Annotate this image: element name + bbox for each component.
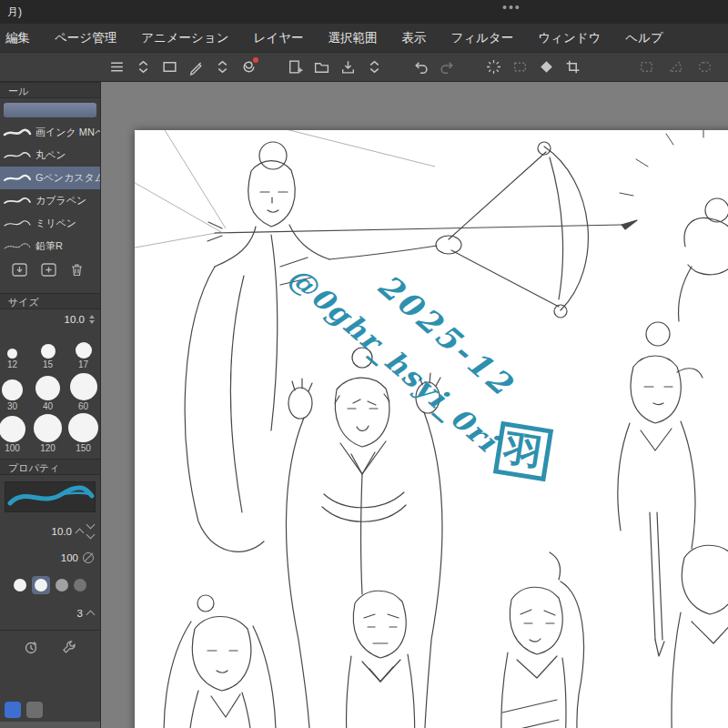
drawing-canvas[interactable]: 2025-12 @0ghr_hsyi_0ri 羽 (135, 130, 728, 728)
subtool-item[interactable]: 鉛筆R (0, 235, 100, 258)
tool-cycle-icon[interactable] (134, 58, 152, 76)
pen-cycle-icon[interactable] (213, 58, 231, 76)
brush-stroke-thumb (3, 150, 32, 161)
slider-indicator-icon[interactable] (87, 521, 94, 541)
spin-down-icon[interactable] (89, 320, 95, 324)
redo-icon[interactable] (438, 58, 456, 76)
brush-size-cell[interactable]: 120 (30, 413, 66, 455)
select-extra-1-icon[interactable] (637, 58, 655, 76)
select-extra-3-icon[interactable] (695, 58, 713, 76)
brush-size-dot (41, 344, 56, 359)
menu-item-edit[interactable]: 編集 (5, 30, 30, 46)
chevron-up-icon[interactable] (76, 528, 85, 537)
brush-stroke-preview (5, 481, 96, 512)
palette-dock-tabs (5, 702, 43, 718)
menu-item-animation[interactable]: アニメーション (141, 30, 228, 46)
brush-size-cell[interactable]: 150 (66, 413, 101, 455)
palette-tab-inactive[interactable] (26, 702, 43, 718)
menu-item-selection[interactable]: 選択範囲 (329, 30, 378, 46)
marquee-icon[interactable] (511, 58, 529, 76)
brush-stroke-thumb (3, 241, 32, 252)
brush-size-cell[interactable]: 15 (30, 329, 66, 371)
brush-size-num: 15 (43, 359, 53, 371)
property-size-value[interactable]: 10.0 (52, 526, 72, 537)
menu-item-page-management[interactable]: ページ管理 (55, 30, 116, 46)
brush-size-panel-header[interactable]: サイズ (0, 293, 100, 309)
spin-up-icon[interactable] (89, 315, 95, 318)
export-file-icon[interactable] (339, 58, 357, 76)
anti-aliasing-strong[interactable] (74, 579, 86, 592)
subtool-item-selected[interactable]: Gペンカスタム (0, 167, 100, 189)
menu-item-window[interactable]: ウィンドウ (538, 30, 601, 46)
settings-wrench-icon[interactable] (61, 639, 77, 657)
subtool-panel-header[interactable]: ール (0, 82, 100, 98)
subtool-item[interactable]: ミリペン (0, 212, 100, 235)
window-handle-dots[interactable]: ••• (502, 0, 521, 15)
panel-divider (0, 630, 100, 631)
file-cycle-icon[interactable] (365, 58, 383, 76)
open-file-icon[interactable] (312, 58, 330, 76)
property-stabilize-value[interactable]: 3 (77, 608, 83, 619)
import-subtool-icon[interactable] (11, 262, 28, 279)
select-special-icon[interactable] (484, 58, 502, 76)
dock-bottom-strip (0, 722, 101, 728)
frame-tool-icon[interactable] (160, 58, 178, 76)
add-subtool-icon[interactable] (40, 262, 57, 279)
subtool-item-label: カブラペン (35, 194, 86, 207)
main-menu-icon[interactable] (107, 58, 126, 76)
brush-size-num: 30 (7, 401, 17, 413)
brush-size-num: 17 (78, 359, 88, 371)
subtool-item[interactable]: 丸ペン (0, 144, 100, 167)
brush-size-cell[interactable]: 40 (30, 371, 66, 413)
gradient-icon[interactable] (537, 58, 555, 76)
subtool-item[interactable]: カブラペン (0, 189, 100, 212)
tool-property-panel-header[interactable]: プロパティ (0, 459, 100, 475)
palette-tab-active[interactable] (5, 702, 21, 718)
brush-size-dot (35, 376, 60, 400)
menu-item-view[interactable]: 表示 (402, 30, 427, 46)
delete-subtool-icon[interactable] (69, 262, 85, 279)
brush-size-num: 100 (5, 443, 20, 455)
property-opacity-value[interactable]: 100 (61, 552, 78, 563)
selection-tools-group (637, 58, 713, 76)
menu-item-layer[interactable]: レイヤー (254, 30, 304, 46)
brush-size-spinner[interactable] (89, 315, 95, 324)
undo-icon[interactable] (411, 58, 430, 76)
property-opacity-row: 100 (0, 544, 100, 571)
chevron-up-icon[interactable] (86, 610, 96, 619)
brush-size-dot (76, 342, 92, 359)
stabilizer-icon[interactable] (23, 639, 39, 657)
menubar: 編集 ページ管理 アニメーション レイヤー 選択範囲 表示 フィルター ウィンド… (0, 24, 728, 52)
watermark-seal: 羽 (493, 421, 553, 481)
subtool-group-selected[interactable] (4, 103, 96, 117)
new-page-icon[interactable] (286, 58, 304, 76)
titlebar: 月) ••• (0, 0, 728, 24)
opacity-indicator-icon[interactable] (83, 552, 94, 563)
brush-size-cell[interactable]: 12 (0, 329, 30, 371)
pen-tool-icon[interactable] (187, 58, 205, 76)
brush-size-value[interactable]: 10.0 (65, 314, 85, 325)
left-palette-column: ール 画インク MNペン 丸ペン Gペンカスタム カブラペン ミリペン 鉛筆R (0, 82, 101, 728)
brush-size-cell[interactable]: 100 (0, 413, 30, 455)
brush-stroke-thumb (3, 173, 32, 184)
anti-aliasing-none[interactable] (14, 579, 26, 592)
brush-size-cell[interactable]: 60 (66, 371, 101, 413)
brush-size-dot (0, 416, 25, 442)
canvas-workspace: 2025-12 @0ghr_hsyi_0ri 羽 (101, 82, 728, 728)
brush-size-cell[interactable]: 30 (0, 371, 30, 413)
anti-aliasing-mid[interactable] (56, 579, 68, 592)
brush-size-num: 150 (76, 443, 91, 455)
subtool-item-label: 丸ペン (35, 148, 66, 162)
menu-item-help[interactable]: ヘルプ (625, 30, 662, 46)
brush-size-num: 40 (43, 401, 53, 413)
subtool-item[interactable]: 画インク MNペン (0, 121, 100, 144)
clip-studio-logo-icon[interactable] (239, 58, 258, 76)
subtool-item-label: ミリペン (35, 217, 76, 230)
titlebar-date: 月) (7, 5, 22, 20)
menu-item-filter[interactable]: フィルター (451, 30, 514, 46)
brush-size-value-row: 10.0 (0, 309, 100, 329)
brush-size-cell[interactable]: 17 (66, 329, 101, 371)
crop-icon[interactable] (563, 58, 581, 76)
anti-aliasing-selected[interactable] (32, 576, 50, 594)
select-extra-2-icon[interactable] (666, 58, 684, 76)
